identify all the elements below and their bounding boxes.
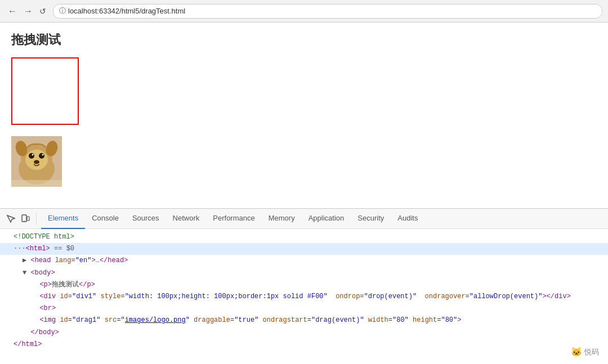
body-close-line: </body> <box>0 327 608 339</box>
tab-audits[interactable]: Audits <box>391 209 424 229</box>
address-bar[interactable]: ⓘ localhost:63342/html5/dragTest.html <box>53 4 602 19</box>
svg-rect-11 <box>11 180 62 187</box>
svg-point-8 <box>32 154 34 156</box>
nav-buttons: ← → ↺ <box>6 6 48 17</box>
svg-rect-13 <box>27 217 29 221</box>
devtools-html-content: <!DOCTYPE html> ···<html> == $0 ▶ <head … <box>0 229 608 364</box>
device-icon[interactable] <box>19 213 32 225</box>
tab-sources[interactable]: Sources <box>126 209 166 229</box>
refresh-button[interactable]: ↺ <box>37 6 48 17</box>
tab-security[interactable]: Security <box>351 209 391 229</box>
devtools-icon-group <box>5 213 37 225</box>
browser-chrome: ← → ↺ ⓘ localhost:63342/html5/dragTest.h… <box>0 0 608 23</box>
tab-application[interactable]: Application <box>302 209 351 229</box>
inspect-icon[interactable] <box>5 213 17 225</box>
page-content: 拖拽测试 <box>0 23 608 208</box>
svg-point-10 <box>34 160 39 164</box>
br-tag-line[interactable]: <br> <box>0 303 608 314</box>
body-open-line[interactable]: ▼ <body> <box>0 267 608 279</box>
svg-point-5 <box>25 150 48 170</box>
watermark-icon: 🐱 <box>571 347 582 357</box>
back-button[interactable]: ← <box>6 6 19 17</box>
devtools-toolbar: Elements Console Sources Network Perform… <box>0 209 608 229</box>
doctype-line: <!DOCTYPE html> <box>0 231 608 243</box>
img-tag-line[interactable]: <img id="drag1" src="images/logo.png" dr… <box>0 314 608 326</box>
dog-image[interactable] <box>11 136 62 187</box>
html-tag-line[interactable]: ···<html> == $0 <box>0 243 608 255</box>
devtools-panel: Elements Console Sources Network Perform… <box>0 208 608 364</box>
svg-point-14 <box>24 221 25 222</box>
head-tag-line[interactable]: ▶ <head lang="en">…</head> <box>0 255 608 267</box>
svg-point-9 <box>42 154 44 156</box>
drop-zone[interactable] <box>11 57 79 125</box>
html-close-line: </html> <box>0 339 608 350</box>
tab-network[interactable]: Network <box>166 209 207 229</box>
watermark-text: 悦码 <box>584 347 599 357</box>
tab-elements[interactable]: Elements <box>41 209 85 229</box>
lock-icon: ⓘ <box>59 6 66 16</box>
url-text: localhost:63342/html5/dragTest.html <box>68 7 185 15</box>
svg-point-7 <box>39 153 44 159</box>
tab-memory[interactable]: Memory <box>262 209 302 229</box>
page-title: 拖拽测试 <box>11 32 597 48</box>
tab-performance[interactable]: Performance <box>206 209 261 229</box>
tab-console[interactable]: Console <box>85 209 126 229</box>
p-tag-line[interactable]: <p>拖拽测试</p> <box>0 279 608 291</box>
forward-button[interactable]: → <box>21 6 35 17</box>
watermark: 🐱 悦码 <box>571 347 599 357</box>
div-tag-line[interactable]: <div id="div1" style="width: 100px;heigh… <box>0 291 608 303</box>
svg-point-6 <box>29 153 34 159</box>
